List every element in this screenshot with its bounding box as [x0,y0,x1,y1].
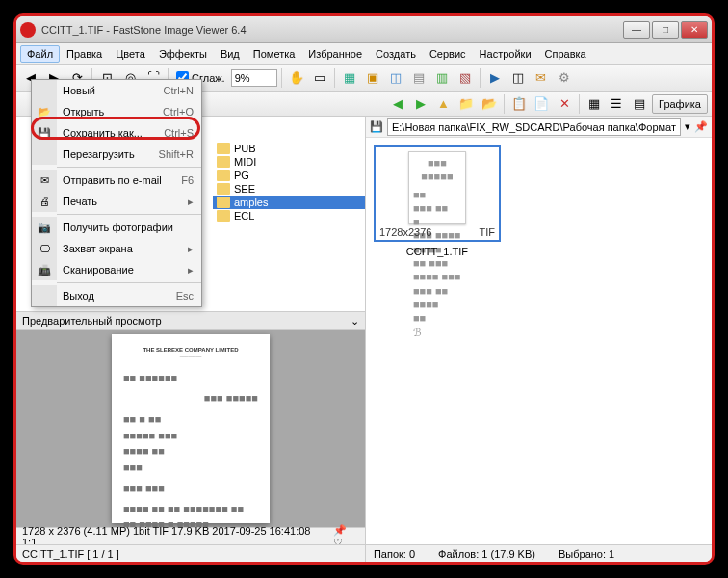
newfolder-icon[interactable]: 📂 [479,93,500,115]
tree-node[interactable]: ECL [213,209,365,223]
hand-icon[interactable]: ✋ [286,67,307,89]
text-icon[interactable]: ▧ [455,67,476,89]
menuitem-выход[interactable]: ВыходEsc [32,285,201,306]
app-icon [20,22,36,38]
grafika-button[interactable]: Графика [652,94,708,114]
email-icon[interactable]: ✉ [531,67,552,89]
menuitem-сканирование[interactable]: 📠Сканирование▸ [32,259,201,280]
menu-файл[interactable]: Файл [20,45,60,63]
tree-node[interactable]: MIDI [213,155,365,169]
crop-icon[interactable]: ▣ [362,67,383,89]
close-button[interactable]: ✕ [681,21,708,39]
tree-node[interactable]: PG [213,169,365,182]
menu-справка[interactable]: Справка [538,45,593,63]
delete-icon[interactable]: ✕ [554,93,575,115]
minimize-button[interactable]: — [623,21,650,39]
status-imageinfo: 1728 x 2376 (4.11 MP) 1bit TIF 17.9 KB 2… [16,527,365,544]
draw-icon[interactable]: ▥ [431,67,453,89]
menubar: ФайлПравкаЦветаЭффектыВидПометкаИзбранно… [16,43,712,65]
thumbnail-item[interactable]: ■■■ ■■■■■ ■■■■■ ■■■■■■ ■■■■ ■■ ■■■■ ■■■ … [374,145,501,257]
status-filename: CCITT_1.TIF [ 1 / 1 ] [16,544,365,562]
canvas-icon[interactable]: ▤ [408,67,429,89]
list-icon[interactable]: ☰ [607,93,628,115]
resize-icon[interactable]: ◫ [385,67,406,89]
titlebar: CCITT_1.TIF - FastStone Image Viewer 6.4… [16,16,712,43]
menu-настройки[interactable]: Настройки [473,45,538,63]
file-menu-dropdown: НовыйCtrl+N📂ОткрытьCtrl+O💾Сохранить как.… [31,79,202,307]
nav-up-icon[interactable]: ▲ [433,93,455,115]
window-title: CCITT_1.TIF - FastStone Image Viewer 6.4 [41,24,623,36]
zoom-input[interactable]: 9% [231,69,277,87]
tree-node[interactable]: amples [213,196,365,209]
menuitem-новый[interactable]: НовыйCtrl+N [32,80,201,101]
menu-эффекты[interactable]: Эффекты [152,45,214,63]
menuitem-перезагрузить[interactable]: ПерезагрузитьShift+R [32,144,201,165]
folder-icon[interactable]: 📁 [455,93,477,115]
settings-icon[interactable]: ⚙ [554,67,575,89]
thumbnail-area[interactable]: ■■■ ■■■■■ ■■■■■ ■■■■■■ ■■■■ ■■ ■■■■ ■■■ … [366,138,712,544]
collapse-icon[interactable]: ⌄ [351,315,359,328]
menu-цвета[interactable]: Цвета [109,45,152,63]
menu-правка[interactable]: Правка [60,45,109,63]
menu-пометка[interactable]: Пометка [247,45,302,63]
preview-header: Предварительный просмотр ⌄ [16,311,365,330]
path-input[interactable]: E:\Новая папка\FIX_RW_SDCARD\Рабочая пап… [387,118,681,136]
thumbs-icon[interactable]: ▦ [584,93,605,115]
path-bar: 💾 E:\Новая папка\FIX_RW_SDCARD\Рабочая п… [366,117,712,138]
preview-document: THE SLEREXE COMPANY LIMITED ──────── ■■ … [112,334,270,523]
thumbnail-label: CCITT_1.TIF [374,246,501,257]
nav-back-icon[interactable]: ◀ [387,93,408,115]
menuitem-захват-экрана[interactable]: 🖵Захват экрана▸ [32,238,201,259]
maximize-button[interactable]: □ [652,21,679,39]
select-icon[interactable]: ▭ [309,67,330,89]
menu-сервис[interactable]: Сервис [423,45,473,63]
nav-fwd-icon[interactable]: ▶ [410,93,431,115]
drive-icon: 💾 [370,120,383,133]
compare-icon[interactable]: ◫ [507,67,529,89]
menu-вид[interactable]: Вид [214,45,247,63]
details-icon[interactable]: ▤ [629,93,650,115]
slideshow-icon[interactable]: ▶ [484,67,506,89]
menuitem-отправить-по-e-mail[interactable]: ✉Отправить по e-mailF6 [32,170,201,191]
pin-icon[interactable]: 📌 [694,120,708,133]
copy-icon[interactable]: 📋 [508,93,530,115]
menu-создать[interactable]: Создать [369,45,423,63]
menuitem-печать[interactable]: 🖨Печать▸ [32,191,201,212]
tree-node[interactable]: PUB [213,142,365,155]
status-right: Папок: 0 Файлов: 1 (17.9 KB) Выбрано: 1 [366,544,712,562]
dropdown-icon[interactable]: ▾ [685,120,690,133]
menuitem-сохранить-как-[interactable]: 💾Сохранить как...Ctrl+S [32,122,201,144]
paste-icon[interactable]: 📄 [531,93,552,115]
menu-избранное[interactable]: Избранное [301,45,369,63]
preview-panel: THE SLEREXE COMPANY LIMITED ──────── ■■ … [16,330,365,527]
menuitem-получить-фотографии[interactable]: 📷Получить фотографии [32,217,201,238]
menuitem-открыть[interactable]: 📂ОткрытьCtrl+O [32,101,201,122]
edit-icon[interactable]: ▦ [339,67,360,89]
tree-node[interactable]: SEE [213,182,365,196]
